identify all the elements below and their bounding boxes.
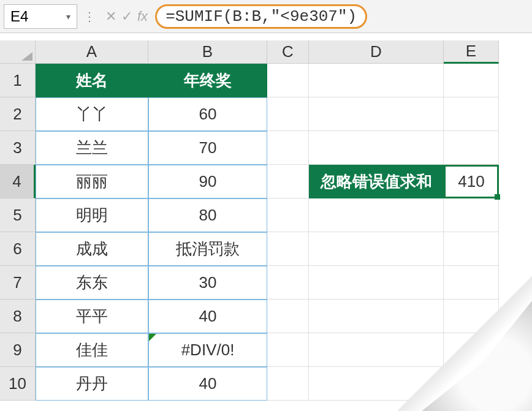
cell-a2[interactable]: 丫丫 (36, 97, 148, 131)
column-header-a[interactable]: A (36, 40, 148, 64)
cell-c8[interactable] (267, 300, 309, 333)
cell-b6[interactable]: 抵消罚款 (148, 232, 267, 266)
cell-c9[interactable] (267, 333, 309, 367)
row-header-6[interactable]: 6 (0, 232, 36, 266)
column-header-c[interactable]: C (267, 40, 309, 64)
cell-c5[interactable] (267, 198, 309, 232)
row-header-10[interactable]: 10 (0, 367, 36, 401)
cell-b4[interactable]: 90 (148, 165, 267, 198)
cell-b10[interactable]: 40 (148, 367, 267, 401)
cell-e3[interactable] (444, 131, 499, 165)
fx-icon[interactable]: fx (137, 9, 148, 25)
cell-d9[interactable] (309, 333, 444, 367)
cell-b9[interactable]: #DIV/0! (148, 333, 267, 367)
formula-bar: E4 ▾ ⋮ ✕ ✓ fx =SUMIF(B:B,"<9e307") (0, 0, 532, 33)
cell-e1[interactable] (444, 64, 499, 97)
cell-e5[interactable] (444, 198, 499, 232)
column-header-e[interactable]: E (444, 40, 499, 64)
spreadsheet: A B C D E 1 姓名 年终奖 2 丫丫 60 3 兰兰 70 4 丽丽 … (0, 40, 532, 401)
cell-c7[interactable] (267, 266, 309, 300)
cell-d5[interactable] (309, 198, 444, 232)
cell-e2[interactable] (444, 97, 499, 131)
cell-d8[interactable] (309, 300, 444, 333)
name-box-value: E4 (10, 8, 28, 25)
cell-a5[interactable]: 明明 (36, 198, 148, 232)
cell-c10[interactable] (267, 367, 309, 401)
cell-c3[interactable] (267, 131, 309, 165)
formula-input-wrapper: =SUMIF(B:B,"<9e307") (155, 4, 528, 29)
formula-input[interactable]: =SUMIF(B:B,"<9e307") (155, 4, 367, 29)
header-name[interactable]: 姓名 (36, 64, 148, 97)
cell-b7[interactable]: 30 (148, 266, 267, 300)
cell-a9[interactable]: 佳佳 (36, 333, 148, 367)
cell-a10[interactable]: 丹丹 (36, 367, 148, 401)
divider: ⋮ (81, 9, 98, 24)
cell-c1[interactable] (267, 64, 309, 97)
accept-icon[interactable]: ✓ (121, 9, 132, 25)
row-3: 3 兰兰 70 (0, 131, 532, 165)
row-header-4[interactable]: 4 (0, 165, 36, 198)
cell-b3[interactable]: 70 (148, 131, 267, 165)
cell-a3[interactable]: 兰兰 (36, 131, 148, 165)
cell-a4[interactable]: 丽丽 (36, 165, 148, 198)
row-header-2[interactable]: 2 (0, 97, 36, 131)
cell-b8[interactable]: 40 (148, 300, 267, 333)
column-headers-row: A B C D E (0, 40, 532, 64)
column-header-d[interactable]: D (309, 40, 444, 64)
row-header-9[interactable]: 9 (0, 333, 36, 367)
cell-d1[interactable] (309, 64, 444, 97)
cell-b5[interactable]: 80 (148, 198, 267, 232)
cell-d3[interactable] (309, 131, 444, 165)
row-header-8[interactable]: 8 (0, 300, 36, 333)
cell-b2[interactable]: 60 (148, 97, 267, 131)
cancel-icon[interactable]: ✕ (105, 9, 116, 25)
cell-e6[interactable] (444, 232, 499, 266)
chevron-down-icon[interactable]: ▾ (66, 12, 70, 21)
formula-icons: ✕ ✓ fx (102, 9, 151, 25)
cell-e7[interactable] (444, 266, 499, 300)
cell-a7[interactable]: 东东 (36, 266, 148, 300)
header-bonus[interactable]: 年终奖 (148, 64, 267, 97)
row-1: 1 姓名 年终奖 (0, 64, 532, 97)
row-4: 4 丽丽 90 忽略错误值求和 410 (0, 165, 532, 198)
cell-d2[interactable] (309, 97, 444, 131)
row-header-7[interactable]: 7 (0, 266, 36, 300)
cell-a6[interactable]: 成成 (36, 232, 148, 266)
row-8: 8 平平 40 (0, 300, 532, 333)
select-all-corner[interactable] (0, 40, 36, 64)
cell-a8[interactable]: 平平 (36, 300, 148, 333)
row-6: 6 成成 抵消罚款 (0, 232, 532, 266)
cell-d6[interactable] (309, 232, 444, 266)
name-box[interactable]: E4 ▾ (4, 4, 77, 29)
cell-c6[interactable] (267, 232, 309, 266)
row-7: 7 东东 30 (0, 266, 532, 300)
row-5: 5 明明 80 (0, 198, 532, 232)
result-label[interactable]: 忽略错误值求和 (309, 165, 444, 198)
row-header-3[interactable]: 3 (0, 131, 36, 165)
row-2: 2 丫丫 60 (0, 97, 532, 131)
cell-d7[interactable] (309, 266, 444, 300)
column-header-b[interactable]: B (148, 40, 267, 64)
cell-c4[interactable] (267, 165, 309, 198)
cell-c2[interactable] (267, 97, 309, 131)
row-header-1[interactable]: 1 (0, 64, 36, 97)
row-header-5[interactable]: 5 (0, 198, 36, 232)
result-value-cell[interactable]: 410 (444, 165, 499, 198)
